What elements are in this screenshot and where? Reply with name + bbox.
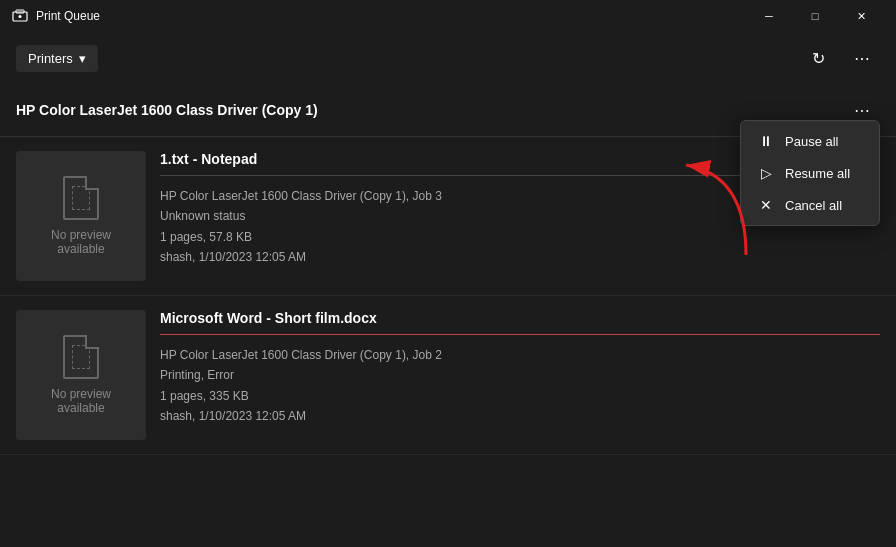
minimize-button[interactable]: ─ — [746, 0, 792, 32]
doc-icon-inner — [72, 186, 90, 210]
job-driver-2: HP Color LaserJet 1600 Class Driver (Cop… — [160, 345, 880, 365]
document-icon — [63, 176, 99, 220]
menu-item-resume-all[interactable]: ▷ Resume all — [741, 157, 879, 189]
job-preview-2: No previewavailable — [16, 310, 146, 440]
job-pages-2: 1 pages, 335 KB — [160, 386, 880, 406]
preview-text-2: No previewavailable — [51, 387, 111, 415]
table-row: No previewavailable Microsoft Word - Sho… — [0, 296, 896, 455]
chevron-down-icon: ▾ — [79, 51, 86, 66]
menu-item-cancel-all[interactable]: ✕ Cancel all — [741, 189, 879, 221]
menu-label-cancel-all: Cancel all — [785, 198, 842, 213]
menu-label-resume-all: Resume all — [785, 166, 850, 181]
toolbar-right: ↻ ⋯ — [800, 40, 880, 76]
job-usertime-1: shash, 1/10/2023 12:05 AM — [160, 247, 880, 267]
job-pages-1: 1 pages, 57.8 KB — [160, 227, 880, 247]
window-title: Print Queue — [36, 9, 100, 23]
app-icon — [12, 8, 28, 24]
title-bar: Print Queue ─ □ ✕ — [0, 0, 896, 32]
job-status-2: Printing, Error — [160, 365, 880, 385]
context-menu: ⏸ Pause all ▷ Resume all ✕ Cancel all — [740, 120, 880, 226]
menu-item-pause-all[interactable]: ⏸ Pause all — [741, 125, 879, 157]
more-options-button[interactable]: ⋯ — [844, 40, 880, 76]
close-button[interactable]: ✕ — [838, 0, 884, 32]
play-icon: ▷ — [757, 165, 775, 181]
doc-icon-inner — [72, 345, 90, 369]
document-icon — [63, 335, 99, 379]
printer-name: HP Color LaserJet 1600 Class Driver (Cop… — [16, 102, 318, 118]
job-content-2: Microsoft Word - Short film.docx HP Colo… — [160, 310, 880, 427]
cancel-icon: ✕ — [757, 197, 775, 213]
svg-point-2 — [19, 15, 22, 18]
printers-dropdown[interactable]: Printers ▾ — [16, 45, 98, 72]
preview-text-1: No previewavailable — [51, 228, 111, 256]
job-preview-1: No previewavailable — [16, 151, 146, 281]
job-title-2: Microsoft Word - Short film.docx — [160, 310, 880, 326]
job-usertime-2: shash, 1/10/2023 12:05 AM — [160, 406, 880, 426]
printers-label: Printers — [28, 51, 73, 66]
title-bar-controls: ─ □ ✕ — [746, 0, 884, 32]
maximize-button[interactable]: □ — [792, 0, 838, 32]
job-detail-2: HP Color LaserJet 1600 Class Driver (Cop… — [160, 345, 880, 427]
job-separator-2 — [160, 334, 880, 335]
refresh-button[interactable]: ↻ — [800, 40, 836, 76]
menu-label-pause-all: Pause all — [785, 134, 838, 149]
pause-icon: ⏸ — [757, 133, 775, 149]
toolbar: Printers ▾ ↻ ⋯ — [0, 32, 896, 84]
title-bar-left: Print Queue — [12, 8, 100, 24]
